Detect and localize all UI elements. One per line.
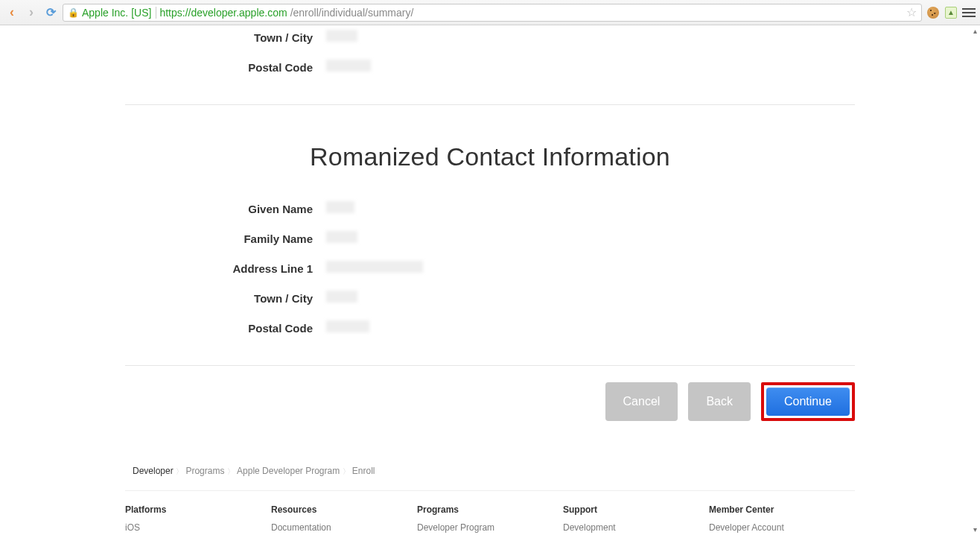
address-bar[interactable]: 🔒 Apple Inc. [US] https://developer.appl… <box>63 4 922 22</box>
scrollbar[interactable]: ▴▾ <box>970 25 980 535</box>
form-row: Town / City <box>125 30 855 45</box>
breadcrumb-item[interactable]: Enroll <box>352 466 375 476</box>
footer-column-title: Resources <box>271 504 417 515</box>
field-value-redacted <box>326 201 354 216</box>
url-path: /enroll/individual/summary/ <box>290 7 414 19</box>
breadcrumb-item[interactable]: Developer <box>133 466 174 476</box>
field-label: Address Line 1 <box>125 262 326 275</box>
form-row: Address Line 1 <box>125 261 855 276</box>
field-label: Given Name <box>125 203 326 215</box>
footer-link[interactable]: Development <box>563 522 709 533</box>
form-row: Postal Code <box>125 60 855 75</box>
footer-column: Member CenterDeveloper AccountCerts, IDs… <box>709 504 855 535</box>
field-value-redacted <box>326 30 357 45</box>
form-row: Given Name <box>125 201 855 216</box>
footer-column-title: Member Center <box>709 504 855 515</box>
chevron-right-icon: 〉 <box>343 467 350 475</box>
footer-column: PlatformsiOSOS X <box>125 504 271 535</box>
continue-button[interactable]: Continue <box>766 387 850 416</box>
footer-column: SupportDevelopmentDistribution <box>563 504 709 535</box>
scroll-down-icon[interactable]: ▾ <box>973 525 977 534</box>
footer-link[interactable]: Documentation <box>271 522 417 533</box>
footer-columns: PlatformsiOSOS XResourcesDocumentationVi… <box>125 504 855 535</box>
action-button-row: Cancel Back Continue <box>125 366 855 451</box>
field-value-redacted <box>326 291 357 306</box>
nav-forward-button: › <box>24 5 39 20</box>
field-label: Town / City <box>125 31 326 44</box>
browser-toolbar: ‹ › ⟳ 🔒 Apple Inc. [US] https://develope… <box>0 0 980 25</box>
footer-column-title: Support <box>563 504 709 515</box>
form-row: Postal Code <box>125 320 855 335</box>
url-host: https://developer.apple.com <box>159 7 287 19</box>
footer-link[interactable]: Developer Account <box>709 522 855 533</box>
footer-column: ProgramsDeveloper ProgramEnterprise Prog… <box>417 504 563 535</box>
bookmark-star-icon[interactable]: ☆ <box>906 5 917 19</box>
footer-column: ResourcesDocumentationVideos <box>271 504 417 535</box>
section-title-romanized: Romanized Contact Information <box>125 142 855 171</box>
field-value-redacted <box>326 231 357 246</box>
breadcrumb: Developer 〉 Programs 〉 Apple Developer P… <box>125 451 855 491</box>
field-label: Family Name <box>125 232 326 245</box>
cookie-extension-icon[interactable] <box>926 6 940 19</box>
form-row: Town / City <box>125 291 855 306</box>
back-button[interactable]: Back <box>688 382 751 421</box>
footer-link[interactable]: Developer Program <box>417 522 563 533</box>
field-label: Postal Code <box>125 61 326 74</box>
cancel-button[interactable]: Cancel <box>605 382 678 421</box>
scroll-up-icon[interactable]: ▴ <box>973 27 977 35</box>
field-value-redacted <box>326 60 371 75</box>
menu-button[interactable] <box>962 7 976 19</box>
footer-link[interactable]: iOS <box>125 522 271 533</box>
footer-column-title: Platforms <box>125 504 271 515</box>
chevron-right-icon: 〉 <box>176 467 183 475</box>
breadcrumb-item[interactable]: Apple Developer Program <box>237 466 340 476</box>
field-value-redacted <box>326 320 369 335</box>
form-row: Family Name <box>125 231 855 246</box>
field-label: Town / City <box>125 292 326 305</box>
feed-extension-icon[interactable]: ▲ <box>944 6 958 19</box>
section-divider <box>125 104 855 105</box>
lock-icon: 🔒 <box>68 7 79 18</box>
nav-reload-button[interactable]: ⟳ <box>43 5 58 20</box>
continue-highlight: Continue <box>761 382 855 421</box>
chevron-right-icon: 〉 <box>227 467 235 475</box>
breadcrumb-item[interactable]: Programs <box>185 466 224 476</box>
field-value-redacted <box>326 261 423 276</box>
nav-back-button[interactable]: ‹ <box>4 5 19 20</box>
ev-identity: Apple Inc. [US] <box>82 7 156 19</box>
footer-column-title: Programs <box>417 504 563 515</box>
page-viewport: ▴▾ Town / CityPostal Code Romanized Cont… <box>0 25 980 535</box>
field-label: Postal Code <box>125 322 326 335</box>
